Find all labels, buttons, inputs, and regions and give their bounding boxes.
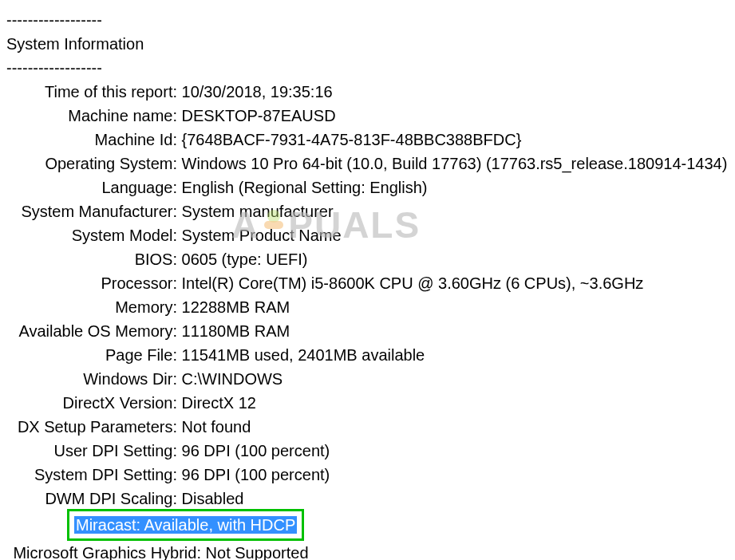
row-page-file: Page File: 11541MB used, 2401MB availabl… <box>6 343 729 367</box>
value: 10/30/2018, 19:35:16 <box>182 83 333 101</box>
section-title: System Information <box>6 32 729 56</box>
value: Disabled <box>182 490 244 507</box>
row-machine-id: Machine Id: {7648BACF-7931-4A75-813F-48B… <box>6 128 729 152</box>
value: Not Supported <box>206 544 309 560</box>
label: Time of this report: <box>6 80 177 104</box>
row-processor: Processor: Intel(R) Core(TM) i5-8600K CP… <box>6 271 729 295</box>
label: System DPI Setting: <box>6 463 177 487</box>
label: Microsoft Graphics Hybrid: <box>6 541 201 560</box>
highlight-box: Miracast: Available, with HDCP <box>67 509 304 541</box>
value: English (Regional Setting: English) <box>182 179 428 196</box>
row-miracast-highlighted: Miracast: Available, with HDCP <box>6 511 729 541</box>
row-available-os-memory: Available OS Memory: 11180MB RAM <box>6 319 729 343</box>
label: Available OS Memory: <box>6 319 177 343</box>
label: Language: <box>6 175 177 199</box>
value: DirectX 12 <box>182 394 256 412</box>
value: {7648BACF-7931-4A75-813F-48BBC388BFDC} <box>182 131 522 148</box>
label: System Manufacturer: <box>6 199 177 223</box>
value: Intel(R) Core(TM) i5-8600K CPU @ 3.60GHz… <box>182 274 644 292</box>
value: Not found <box>182 418 251 436</box>
label: System Model: <box>6 223 177 247</box>
value: Available, with HDCP <box>144 516 296 534</box>
value: 12288MB RAM <box>182 298 290 316</box>
label: Operating System: <box>6 152 177 175</box>
label: Machine name: <box>6 104 177 128</box>
label: DirectX Version: <box>6 391 177 415</box>
label: Windows Dir: <box>6 367 177 391</box>
row-user-dpi-setting: User DPI Setting: 96 DPI (100 percent) <box>6 439 729 463</box>
label: DWM DPI Scaling: <box>6 487 177 511</box>
row-system-dpi-setting: System DPI Setting: 96 DPI (100 percent) <box>6 463 729 487</box>
separator-top: ------------------ <box>6 8 729 32</box>
highlight-selection: Miracast: Available, with HDCP <box>74 516 297 534</box>
value: C:\WINDOWS <box>182 370 283 388</box>
row-time-of-report: Time of this report: 10/30/2018, 19:35:1… <box>6 80 729 104</box>
label: Page File: <box>6 343 177 367</box>
row-bios: BIOS: 0605 (type: UEFI) <box>6 247 729 271</box>
row-system-model: System Model: System Product Name <box>6 223 729 247</box>
row-memory: Memory: 12288MB RAM <box>6 295 729 319</box>
value: 96 DPI (100 percent) <box>182 466 330 483</box>
value: DESKTOP-87EAUSD <box>182 107 336 124</box>
value: 0605 (type: UEFI) <box>182 250 308 268</box>
separator-bottom: ------------------ <box>6 56 729 80</box>
row-machine-name: Machine name: DESKTOP-87EAUSD <box>6 104 729 128</box>
value: 11541MB used, 2401MB available <box>182 346 425 364</box>
label: Machine Id: <box>6 128 177 152</box>
row-directx-version: DirectX Version: DirectX 12 <box>6 391 729 415</box>
row-dwm-dpi-scaling: DWM DPI Scaling: Disabled <box>6 487 729 511</box>
row-microsoft-graphics-hybrid: Microsoft Graphics Hybrid: Not Supported <box>6 541 729 560</box>
row-language: Language: English (Regional Setting: Eng… <box>6 175 729 199</box>
row-operating-system: Operating System: Windows 10 Pro 64-bit … <box>6 152 729 175</box>
row-windows-dir: Windows Dir: C:\WINDOWS <box>6 367 729 391</box>
value: 11180MB RAM <box>182 322 290 340</box>
label: Miracast: <box>76 516 140 534</box>
label: Processor: <box>6 271 177 295</box>
row-dx-setup-parameters: DX Setup Parameters: Not found <box>6 415 729 439</box>
value: 96 DPI (100 percent) <box>182 442 330 459</box>
row-system-manufacturer: System Manufacturer: System manufacturer <box>6 199 729 223</box>
value: System manufacturer <box>182 203 334 220</box>
label: BIOS: <box>6 247 177 271</box>
value: System Product Name <box>182 227 342 244</box>
label: Memory: <box>6 295 177 319</box>
label: User DPI Setting: <box>6 439 177 463</box>
value: Windows 10 Pro 64-bit (10.0, Build 17763… <box>182 155 728 172</box>
label: DX Setup Parameters: <box>6 415 177 439</box>
